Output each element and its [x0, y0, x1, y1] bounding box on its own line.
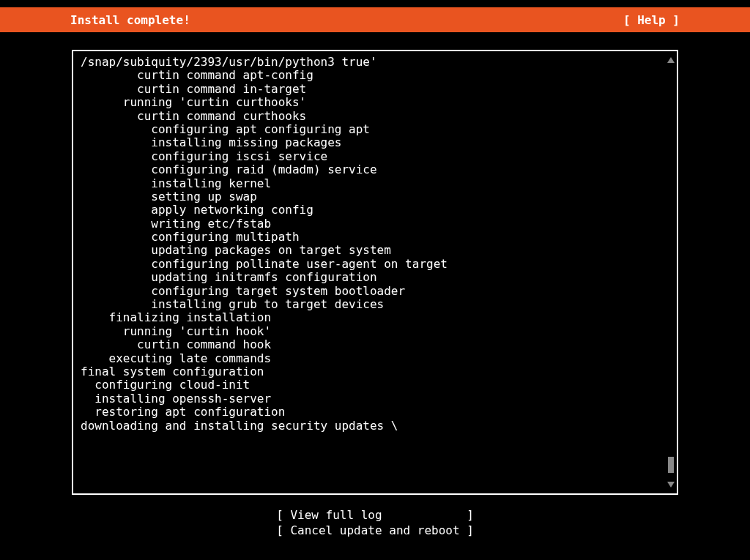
view-full-log-button[interactable]: [ View full log ] [0, 508, 750, 523]
install-log-panel: /snap/subiquity/2393/usr/bin/python3 tru… [72, 50, 678, 495]
page-title: Install complete! [9, 13, 190, 27]
scroll-up-icon[interactable] [667, 57, 675, 63]
cancel-update-reboot-button[interactable]: [ Cancel update and reboot ] [0, 523, 750, 539]
scroll-thumb[interactable] [668, 457, 674, 473]
scroll-down-icon[interactable] [667, 482, 675, 488]
install-log-text: /snap/subiquity/2393/usr/bin/python3 tru… [81, 56, 669, 433]
installer-header: Install complete! [ Help ] [0, 7, 750, 32]
help-button[interactable]: [ Help ] [623, 13, 741, 27]
footer-actions: [ View full log ] [ Cancel update and re… [0, 508, 750, 539]
log-scrollbar[interactable] [667, 57, 675, 488]
